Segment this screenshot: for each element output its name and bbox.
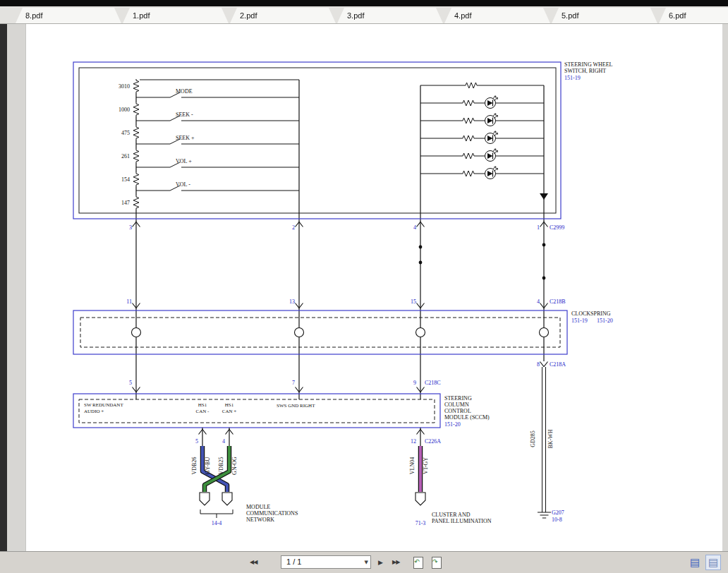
tab-8pdf[interactable]: 8.pdf bbox=[16, 8, 121, 23]
tab-label: 8.pdf bbox=[16, 8, 121, 23]
tab-label: 4.pdf bbox=[444, 8, 550, 23]
tab-2pdf[interactable]: 2.pdf bbox=[230, 8, 336, 23]
first-page-icon: ◀◀ bbox=[250, 559, 257, 565]
single-page-layout-icon: ▤ bbox=[690, 556, 700, 569]
tab-label: 6.pdf bbox=[659, 8, 728, 23]
back-arrow-icon: ↶ bbox=[414, 558, 420, 566]
tab-label: 5.pdf bbox=[552, 8, 657, 23]
page-number-combobox[interactable]: 1 / 1 ▼ bbox=[281, 555, 371, 569]
next-view-icon: ↷ bbox=[432, 557, 442, 569]
single-page-layout-button[interactable]: ▤ bbox=[687, 555, 703, 570]
forward-arrow-icon: ↷ bbox=[432, 558, 438, 566]
next-page-icon: ▶ bbox=[378, 559, 383, 566]
tab-3pdf[interactable]: 3.pdf bbox=[337, 8, 443, 23]
document-area bbox=[0, 24, 728, 551]
tab-label: 1.pdf bbox=[123, 8, 229, 23]
first-page-button[interactable]: ◀◀ bbox=[248, 555, 258, 569]
previous-view-icon: ↶ bbox=[413, 557, 423, 569]
tab-label: 3.pdf bbox=[337, 8, 443, 23]
next-page-button[interactable]: ▶ bbox=[377, 555, 384, 569]
tab-1pdf[interactable]: 1.pdf bbox=[123, 8, 229, 23]
last-page-icon: ▶▶ bbox=[392, 559, 399, 565]
window-top-bar bbox=[0, 0, 728, 6]
continuous-layout-icon: ▤ bbox=[708, 556, 718, 569]
dropdown-arrow-icon: ▼ bbox=[365, 560, 368, 565]
continuous-layout-button[interactable]: ▤ bbox=[705, 555, 721, 570]
bottom-toolbar: ◀◀ 1 / 1 ▼ ▶ ▶▶ ↶ ↷ ▤ ▤ bbox=[0, 551, 728, 573]
previous-view-button[interactable]: ↶ bbox=[412, 555, 425, 569]
pdf-page bbox=[25, 24, 722, 551]
application-window: 8.pdf 1.pdf 2.pdf 3.pdf 4.pdf 5.pdf 6.pd… bbox=[0, 0, 728, 573]
tab-bar: 8.pdf 1.pdf 2.pdf 3.pdf 4.pdf 5.pdf 6.pd… bbox=[0, 6, 728, 24]
left-edge-bar bbox=[0, 24, 7, 551]
tab-5pdf[interactable]: 5.pdf bbox=[552, 8, 657, 23]
tab-6pdf[interactable]: 6.pdf bbox=[659, 8, 728, 23]
last-page-button[interactable]: ▶▶ bbox=[391, 555, 401, 569]
page-indicator: 1 / 1 bbox=[286, 557, 301, 566]
tab-label: 2.pdf bbox=[230, 8, 336, 23]
next-view-button[interactable]: ↷ bbox=[430, 555, 443, 569]
tab-4pdf[interactable]: 4.pdf bbox=[444, 8, 550, 23]
